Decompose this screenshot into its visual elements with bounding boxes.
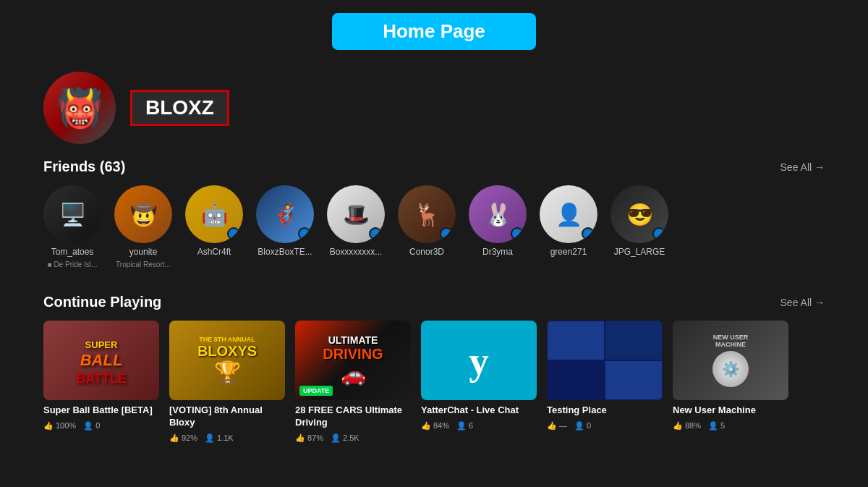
friend-avatar-emoji: 🤠 bbox=[130, 202, 157, 227]
players-icon: 👤 bbox=[456, 421, 467, 431]
friend-avatar-emoji: 🦸 bbox=[272, 202, 299, 227]
friend-online-badge: 👤 bbox=[582, 227, 595, 240]
game-thumbnail: ULTIMATEDRIVING🚗UPDATE bbox=[295, 321, 411, 400]
friend-status: ■ De Pride Isl... bbox=[48, 261, 98, 268]
friend-item[interactable]: 🎩👤Boxxxxxxxx... bbox=[327, 185, 385, 268]
home-page-button[interactable]: Home Page bbox=[332, 13, 536, 50]
game-item[interactable]: SUPERBALLBATTLESuper Ball Battle [BETA]👍… bbox=[43, 321, 159, 443]
friend-online-badge: 👤 bbox=[652, 227, 665, 240]
avatar-emoji: 👹 bbox=[72, 101, 87, 115]
friend-item[interactable]: 🦸👤BloxzBoxTE... bbox=[256, 185, 314, 268]
game-players: 👤 0 bbox=[83, 421, 100, 431]
username-box: BLOXZ bbox=[130, 90, 229, 126]
game-thumbnail: THE 8TH ANNUALBLOXYS🏆 bbox=[169, 321, 285, 400]
game-title: 28 FREE CARS Ultimate Driving bbox=[295, 405, 411, 429]
game-thumbnail: NEW USERMACHINE⚙️ bbox=[673, 321, 788, 400]
thumbs-up-icon: 👍 bbox=[673, 421, 683, 431]
friend-online-badge: 👤 bbox=[440, 227, 453, 240]
friend-item[interactable]: 🤠youniteTropical Resort... bbox=[114, 185, 172, 268]
game-thumb-label: SUPERBALLBATTLE bbox=[72, 330, 131, 391]
game-title: YatterChat - Live Chat bbox=[421, 405, 537, 417]
game-item[interactable]: Testing Place👍 —👤 0 bbox=[547, 321, 663, 443]
thumbs-up-icon: 👍 bbox=[295, 433, 305, 443]
game-stats: 👍 88%👤 5 bbox=[673, 421, 788, 431]
friend-avatar: 🦌👤 bbox=[398, 185, 456, 243]
game-thumb-label: ULTIMATEDRIVING🚗 bbox=[323, 334, 383, 386]
friend-online-badge: 👤 bbox=[298, 227, 311, 240]
friends-list: 🖥️Tom_atoes■ De Pride Isl...🤠youniteTrop… bbox=[43, 185, 825, 268]
game-players: 👤 1.1K bbox=[205, 433, 234, 443]
games-list: SUPERBALLBATTLESuper Ball Battle [BETA]👍… bbox=[43, 321, 825, 443]
friend-item[interactable]: 🦌👤Conor3D bbox=[398, 185, 456, 268]
friend-avatar: 🤖👤 bbox=[185, 185, 243, 243]
game-likes: 👍 84% bbox=[421, 421, 449, 431]
game-item[interactable]: ULTIMATEDRIVING🚗UPDATE28 FREE CARS Ultim… bbox=[295, 321, 411, 443]
game-likes: 👍 100% bbox=[43, 421, 76, 431]
friend-avatar-emoji: 🐰 bbox=[485, 202, 511, 227]
game-likes: 👍 87% bbox=[295, 433, 323, 443]
players-icon: 👤 bbox=[83, 421, 93, 431]
friend-name: AshCr4ft bbox=[197, 247, 231, 257]
friend-avatar-emoji: 🤖 bbox=[201, 202, 228, 227]
friend-avatar: 🖥️ bbox=[43, 185, 101, 243]
game-stats: 👍 84%👤 6 bbox=[421, 421, 537, 431]
game-title: [VOTING] 8th Annual Bloxy bbox=[169, 405, 285, 429]
game-likes: 👍 — bbox=[547, 421, 567, 431]
friend-name: Tom_atoes bbox=[51, 247, 94, 257]
friends-header: Friends (63) See All → bbox=[43, 158, 825, 175]
friend-online-badge: 👤 bbox=[369, 227, 382, 240]
friend-avatar: 🤠 bbox=[114, 185, 172, 243]
game-thumb-label bbox=[547, 321, 663, 400]
friends-see-all[interactable]: See All → bbox=[780, 161, 825, 173]
friend-name: JPG_LARGE bbox=[614, 247, 665, 257]
friend-name: Boxxxxxxxx... bbox=[330, 247, 383, 257]
game-likes: 👍 92% bbox=[169, 433, 197, 443]
friend-avatar: 👤👤 bbox=[540, 185, 597, 243]
friend-avatar: 🦸👤 bbox=[256, 185, 314, 243]
profile-section: 👹 BLOXZ bbox=[0, 64, 868, 158]
friend-item[interactable]: 😎👤JPG_LARGE bbox=[610, 185, 668, 268]
game-players: 👤 6 bbox=[456, 421, 473, 431]
players-icon: 👤 bbox=[331, 433, 341, 443]
continue-playing-header: Continue Playing See All → bbox=[43, 294, 825, 310]
game-item[interactable]: THE 8TH ANNUALBLOXYS🏆[VOTING] 8th Annual… bbox=[169, 321, 285, 443]
friend-item[interactable]: 🐰👤Dr3yma bbox=[469, 185, 527, 268]
game-thumbnail bbox=[547, 321, 663, 400]
game-thumbnail: SUPERBALLBATTLE bbox=[43, 321, 159, 400]
friend-item[interactable]: 👤👤green271 bbox=[540, 185, 597, 268]
friend-avatar: 😎👤 bbox=[610, 185, 668, 243]
thumbs-up-icon: 👍 bbox=[547, 421, 557, 431]
game-title: Super Ball Battle [BETA] bbox=[43, 405, 159, 417]
game-likes: 👍 88% bbox=[673, 421, 701, 431]
continue-playing-title: Continue Playing bbox=[43, 294, 161, 310]
friend-avatar: 🐰👤 bbox=[469, 185, 527, 243]
friend-avatar-emoji: 🖥️ bbox=[59, 202, 86, 227]
friend-avatar-emoji: 🎩 bbox=[343, 202, 370, 227]
game-title: New User Machine bbox=[673, 405, 788, 417]
friend-avatar-emoji: 😎 bbox=[626, 202, 653, 227]
username: BLOXZ bbox=[145, 96, 214, 119]
friend-item[interactable]: 🤖👤AshCr4ft bbox=[185, 185, 243, 268]
game-thumb-label: y bbox=[469, 338, 489, 384]
game-players: 👤 2.5K bbox=[331, 433, 359, 443]
game-item[interactable]: NEW USERMACHINE⚙️New User Machine👍 88%👤 … bbox=[673, 321, 788, 443]
friend-avatar-emoji: 🦌 bbox=[414, 202, 441, 227]
thumbs-up-icon: 👍 bbox=[169, 433, 179, 443]
players-icon: 👤 bbox=[205, 433, 215, 443]
continue-playing-section: Continue Playing See All → SUPERBALLBATT… bbox=[0, 294, 868, 454]
game-stats: 👍 —👤 0 bbox=[547, 421, 663, 431]
thumbs-up-icon: 👍 bbox=[421, 421, 431, 431]
friends-section: Friends (63) See All → 🖥️Tom_atoes■ De P… bbox=[0, 158, 868, 279]
friend-avatar: 🎩👤 bbox=[327, 185, 385, 243]
header: Home Page bbox=[0, 0, 868, 64]
friend-avatar-emoji: 👤 bbox=[556, 202, 582, 227]
friend-online-badge: 👤 bbox=[227, 227, 240, 240]
game-thumb-label: NEW USERMACHINE⚙️ bbox=[712, 334, 749, 387]
game-item[interactable]: yYatterChat - Live Chat👍 84%👤 6 bbox=[421, 321, 537, 443]
friend-name: younite bbox=[129, 247, 158, 257]
friend-status: Tropical Resort... bbox=[116, 261, 171, 268]
games-see-all[interactable]: See All → bbox=[780, 297, 825, 308]
game-thumbnail: y bbox=[421, 321, 537, 400]
friend-name: Conor3D bbox=[409, 247, 444, 257]
friend-item[interactable]: 🖥️Tom_atoes■ De Pride Isl... bbox=[43, 185, 101, 268]
